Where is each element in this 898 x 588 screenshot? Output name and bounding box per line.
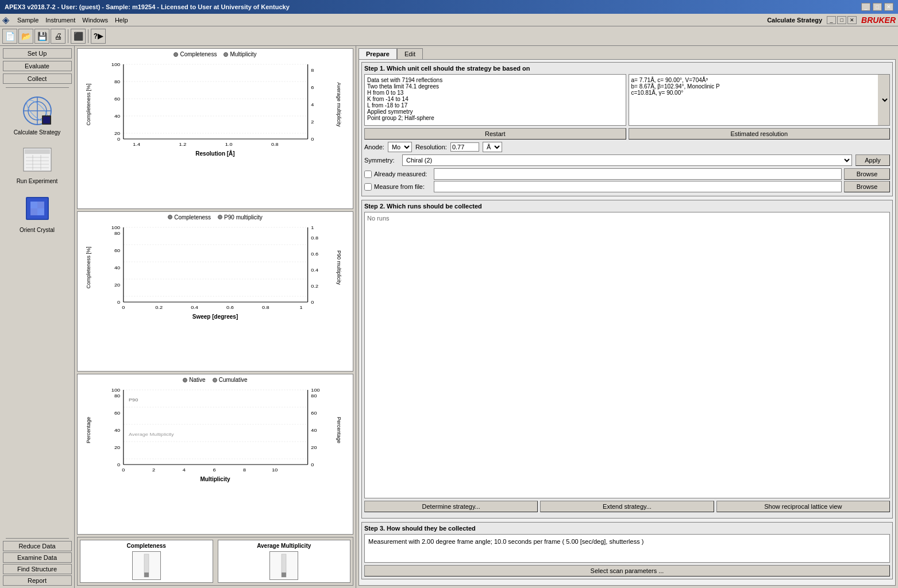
avg-multiplicity-gauge [269, 551, 298, 580]
menu-sample[interactable]: Sample [14, 16, 42, 25]
close-button[interactable]: ✕ [884, 3, 893, 11]
chart2-ylabel-left: Completeness [%] [80, 222, 97, 314]
minimize-button[interactable]: _ [861, 3, 870, 11]
toolbar-help[interactable]: ?▶ [91, 29, 106, 44]
toolbar-print[interactable]: 🖨 [51, 29, 65, 44]
measure-from-file-checkbox[interactable] [364, 183, 372, 191]
svg-rect-20 [37, 208, 44, 215]
chart2-ylabel-right-text: P90 multiplicity [336, 250, 342, 285]
tab-edit[interactable]: Edit [397, 48, 423, 59]
find-structure-button[interactable]: Find Structure [3, 564, 72, 574]
svg-text:80: 80 [311, 393, 317, 399]
chart1-ylabel-right: Average multiplicity [327, 59, 350, 150]
unit-cell-dropdown[interactable] [878, 75, 889, 125]
measure-from-file-input[interactable] [434, 181, 842, 192]
chart3-legend1: Native [183, 377, 205, 383]
summary-panel: Completeness Average Multiplicity [77, 537, 353, 586]
restart-resolution-row: Restart Estimated resolution [364, 128, 890, 140]
right-panel: Prepare Edit Step 1. Which unit cell sho… [356, 46, 898, 588]
svg-text:8: 8 [243, 467, 246, 473]
toolbar-save[interactable]: 💾 [34, 29, 49, 44]
toolbar-open[interactable]: 📂 [18, 29, 33, 44]
chart1-legend2-label: Multiplicity [230, 51, 256, 57]
sidebar-run-experiment[interactable]: Run Experiment [3, 140, 72, 187]
evaluate-button[interactable]: Evaluate [3, 61, 72, 71]
sidebar-orient-crystal[interactable]: Orient Crystal [3, 189, 72, 235]
svg-text:0.4: 0.4 [191, 304, 198, 310]
sidebar-divider2 [6, 538, 69, 539]
report-button[interactable]: Report [3, 575, 72, 586]
determine-strategy-button[interactable]: Determine strategy... [364, 501, 538, 512]
chart3-legend1-dot [183, 378, 187, 382]
chart3-legend2-dot [213, 378, 217, 382]
svg-text:1.0: 1.0 [225, 142, 233, 147]
estimated-resolution-button[interactable]: Estimated resolution [629, 128, 891, 140]
chart3-ylabel-right-text: Percentage [336, 417, 342, 443]
svg-text:0: 0 [122, 467, 125, 473]
symmetry-label: Symmetry: [364, 157, 399, 164]
runs-area: No runs [364, 212, 890, 498]
extend-strategy-button[interactable]: Extend strategy... [540, 501, 714, 512]
tab-prepare[interactable]: Prepare [359, 48, 397, 59]
sidebar-calculate-strategy[interactable]: Calculate Strategy [3, 91, 72, 138]
symmetry-row: Symmetry: Chiral (2) Triclinic (1) Monoc… [364, 154, 890, 166]
maximize-button[interactable]: □ [873, 3, 882, 11]
anode-select[interactable]: Mo Cu [388, 142, 412, 152]
calc-maximize[interactable]: □ [837, 16, 846, 24]
svg-text:0.2: 0.2 [311, 283, 318, 288]
restart-button[interactable]: Restart [364, 128, 626, 140]
toolbar-stop[interactable]: ⬛ [71, 29, 86, 44]
already-measured-row: Already measured: Browse [364, 168, 890, 180]
app-icon: ◈ [2, 14, 9, 25]
chart2-legend2-dot [218, 215, 222, 219]
dataset-info: Data set with 7194 reflections Two theta… [364, 74, 626, 126]
svg-text:0: 0 [311, 137, 314, 142]
show-reciprocal-button[interactable]: Show reciprocal lattice view [716, 501, 890, 512]
chart3-svg-area: P90 Average Multiplicity 0 20 40 60 80 1… [97, 384, 327, 476]
apply-button[interactable]: Apply [855, 154, 890, 166]
chart2-panel: Completeness P90 multiplicity Completene… [77, 211, 353, 372]
collect-button[interactable]: Collect [3, 74, 72, 84]
toolbar-new[interactable]: 📄 [2, 29, 17, 44]
calc-minimize[interactable]: _ [827, 16, 836, 24]
setup-button[interactable]: Set Up [3, 48, 72, 59]
calc-strategy-controls: _ □ ✕ [827, 16, 857, 24]
examine-data-button[interactable]: Examine Data [3, 552, 72, 563]
svg-text:40: 40 [311, 428, 317, 433]
already-measured-input[interactable] [434, 168, 842, 180]
calculate-strategy-label: Calculate Strategy [14, 129, 61, 136]
unit-select[interactable]: Å ° [483, 142, 502, 152]
svg-rect-18 [37, 202, 44, 208]
menu-instrument[interactable]: Instrument [42, 16, 79, 25]
menu-windows[interactable]: Windows [79, 16, 111, 25]
chart1-ylabel-right-text: Average multiplicity [336, 82, 342, 126]
svg-text:1.4: 1.4 [133, 142, 140, 147]
browse-button-2[interactable]: Browse [844, 181, 890, 192]
svg-text:2: 2 [152, 467, 155, 473]
svg-text:100: 100 [311, 388, 320, 393]
svg-text:60: 60 [311, 411, 317, 416]
chart2-legend1-label: Completeness [174, 214, 211, 220]
measure-from-file-label: Measure from file: [374, 183, 431, 190]
symmetry-select[interactable]: Chiral (2) Triclinic (1) Monoclinic (2) [402, 154, 852, 166]
chart1-legend2-dot [223, 52, 228, 57]
orient-crystal-label: Orient Crystal [20, 227, 55, 233]
completeness-summary: Completeness [80, 540, 213, 583]
svg-text:20: 20 [114, 131, 120, 136]
reduce-data-button[interactable]: Reduce Data [3, 541, 72, 551]
menu-help[interactable]: Help [111, 16, 132, 25]
avg-multiplicity-label: Average Multiplicity [257, 543, 311, 549]
chart1-svg: 0 20 40 60 80 100 0 2 4 6 8 1.4 [97, 59, 327, 150]
calc-close[interactable]: ✕ [847, 16, 857, 24]
select-scan-params-button[interactable]: Select scan parameters ... [364, 565, 890, 577]
chart2-svg: 0 20 40 60 80 100 0 0.2 0.4 0.6 0.8 1 0 … [97, 222, 327, 314]
resolution-input[interactable] [450, 142, 479, 152]
svg-text:4: 4 [311, 102, 314, 107]
step2-title: Step 2. Which runs should be collected [364, 203, 890, 210]
svg-text:10: 10 [272, 467, 278, 473]
svg-rect-99 [144, 572, 149, 577]
already-measured-checkbox[interactable] [364, 171, 372, 178]
chart1-svg-area: 0 20 40 60 80 100 0 2 4 6 8 1.4 [97, 59, 327, 150]
charts-area: Completeness Multiplicity Completeness [… [75, 46, 356, 588]
browse-button-1[interactable]: Browse [844, 168, 890, 180]
